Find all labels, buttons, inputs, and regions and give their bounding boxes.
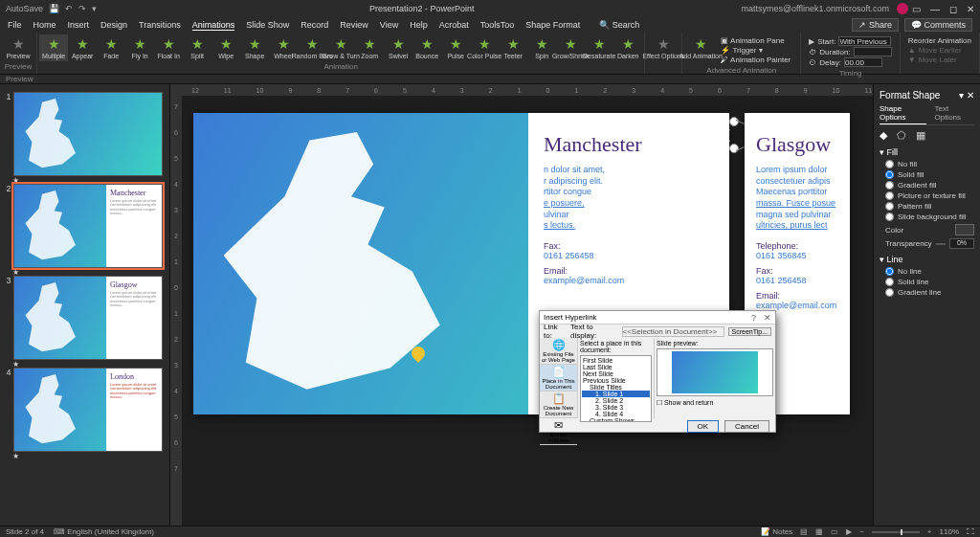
effect-pulse[interactable]: ★Pulse [441,34,470,61]
effect-teeter[interactable]: ★Teeter [499,34,527,61]
uk-map-shape[interactable] [212,132,490,400]
place-item[interactable]: 2. Slide 2 [582,397,650,404]
menu-acrobat[interactable]: Acrobat [439,20,469,30]
slide-counter[interactable]: Slide 2 of 4 [6,527,44,536]
effect-options-button[interactable]: ★Effect Options [649,34,678,61]
comments-button[interactable]: 💬 Comments [904,18,972,32]
animation-painter-button[interactable]: 🖌 Animation Painter [721,56,791,64]
maximize-icon[interactable]: ◻ [949,4,957,14]
ribbon-options-icon[interactable]: ▭ [912,4,921,14]
add-animation-button[interactable]: ★Add Animation [686,34,715,61]
line-option[interactable]: No line [885,267,974,276]
menu-animations[interactable]: Animations [192,20,235,31]
effect-grow-turn[interactable]: ★Grow & Turn [326,34,355,61]
effect-grow-shrink[interactable]: ★Grow/Shrink [556,34,585,61]
menu-record[interactable]: Record [301,20,328,30]
delay-input[interactable] [844,57,882,67]
animation-pane-button[interactable]: ▣ Animation Pane [721,36,791,45]
transparency-slider[interactable] [936,243,946,245]
slide-thumbnail-2[interactable]: ManchesterLorem ipsum dolor sit amet con… [13,184,163,268]
effect-shape[interactable]: ★Shape [240,34,269,61]
menu-shape-format[interactable]: Shape Format [525,20,580,30]
search-box[interactable]: 🔍 Search [599,20,639,30]
place-item[interactable]: 1. Slide 1 [582,391,650,397]
place-item[interactable]: 3. Slide 3 [582,404,650,411]
slide-thumbnails-panel[interactable]: 1★2ManchesterLorem ipsum dolor sit amet … [0,84,170,526]
undo-icon[interactable]: ↶ [65,4,73,13]
fill-option[interactable]: No fill [885,160,974,168]
fit-to-window-icon[interactable]: ⛶ [967,527,974,536]
start-select[interactable] [838,36,891,46]
trigger-button[interactable]: ⚡ Trigger ▾ [721,46,791,55]
effect-multiple[interactable]: ★Multiple [39,34,68,61]
fill-section-header[interactable]: ▾ Fill [880,147,974,157]
fill-option[interactable]: Pattern fill [885,202,974,211]
slide-thumbnail-3[interactable]: GlasgowLorem ipsum dolor sit amet consec… [13,276,163,360]
dialog-help-icon[interactable]: ? [751,313,756,323]
menu-toolstoo[interactable]: ToolsToo [480,20,515,30]
qat-more-icon[interactable]: ▾ [92,4,97,13]
slide-title[interactable]: Manchester [544,132,714,157]
cancel-button[interactable]: Cancel [724,420,769,433]
place-item[interactable]: Custom Shows [582,417,650,422]
view-sorter-icon[interactable]: ▦ [815,527,823,536]
zoom-in-icon[interactable]: + [927,527,932,536]
slide-body[interactable]: n dolor sit amet,r adipiscing elit.rtito… [544,165,714,232]
close-icon[interactable]: ✕ [967,4,974,14]
text-display-input[interactable] [622,326,724,337]
menu-help[interactable]: Help [410,20,428,30]
fill-option[interactable]: Solid fill [885,170,974,179]
user-email[interactable]: mattsymes@offlinek1.onmicrosoft.com [741,4,889,13]
move-later-button[interactable]: ▼ Move Later [908,56,971,64]
zoom-out-icon[interactable]: − [859,527,864,536]
save-icon[interactable]: 💾 [49,4,59,13]
pane-close-icon[interactable]: ▾ ✕ [959,90,974,101]
dialog-close-icon[interactable]: ✕ [764,313,771,323]
menu-review[interactable]: Review [340,20,368,30]
menu-transitions[interactable]: Transitions [139,20,181,30]
animation-gallery[interactable]: ✦None★Multiple★Appear★Fade★Fly In★Float … [37,34,645,62]
link-create-new[interactable]: 📋Create New Document [540,392,577,418]
notes-button[interactable]: 📝 Notes [761,527,792,536]
minimize-icon[interactable]: — [930,4,940,14]
place-item[interactable]: Slide Titles [582,384,650,391]
menu-slideshow[interactable]: Slide Show [246,20,289,30]
effect-appear[interactable]: ★Appear [68,34,97,61]
line-option[interactable]: Solid line [885,278,974,286]
menu-design[interactable]: Design [100,20,127,30]
fill-line-icon[interactable]: ◆ [880,129,887,142]
user-avatar[interactable] [897,3,908,14]
effect-zoom[interactable]: ★Zoom [355,34,384,61]
place-item[interactable]: First Slide [582,357,650,364]
tab-shape-options[interactable]: Shape Options [880,104,926,124]
place-item[interactable]: Previous Slide [582,377,650,384]
show-and-return-checkbox[interactable]: ☐ Show and return [657,399,773,407]
slide-thumbnail-4[interactable]: LondonLorem ipsum dolor sit amet consect… [13,368,163,452]
preview-button[interactable]: ★Preview [4,34,33,61]
effects-icon[interactable]: ⬠ [897,129,906,142]
view-reading-icon[interactable]: ▭ [831,527,838,536]
redo-icon[interactable]: ↷ [78,4,86,13]
places-list[interactable]: First SlideLast SlideNext SlidePrevious … [580,355,652,422]
zoom-value[interactable]: 110% [940,527,959,536]
screentip-button[interactable]: ScreenTip... [728,327,771,336]
menu-insert[interactable]: Insert [68,20,90,30]
line-section-header[interactable]: ▾ Line [880,255,974,264]
link-place-in-doc[interactable]: 📄Place in This Document [540,365,577,392]
effect-fade[interactable]: ★Fade [97,34,125,61]
autosave-toggle[interactable]: AutoSave [6,4,43,13]
ok-button[interactable]: OK [687,420,720,433]
transparency-value[interactable]: 0% [949,238,974,249]
duration-input[interactable] [854,47,892,56]
effect-desaturate[interactable]: ★Desaturate [585,34,613,61]
fill-option[interactable]: Slide background fill [885,213,974,221]
menu-file[interactable]: File [8,20,22,30]
effect-color-pulse[interactable]: ★Color Pulse [470,34,499,61]
menu-home[interactable]: Home [33,20,56,30]
effect-float-in[interactable]: ★Float In [154,34,183,61]
effect-fly-in[interactable]: ★Fly In [125,34,154,61]
place-item[interactable]: 4. Slide 4 [582,411,650,417]
share-button[interactable]: ↗ Share [852,18,899,32]
effect-bounce[interactable]: ★Bounce [412,34,441,61]
effect-darken[interactable]: ★Darken [613,34,642,61]
